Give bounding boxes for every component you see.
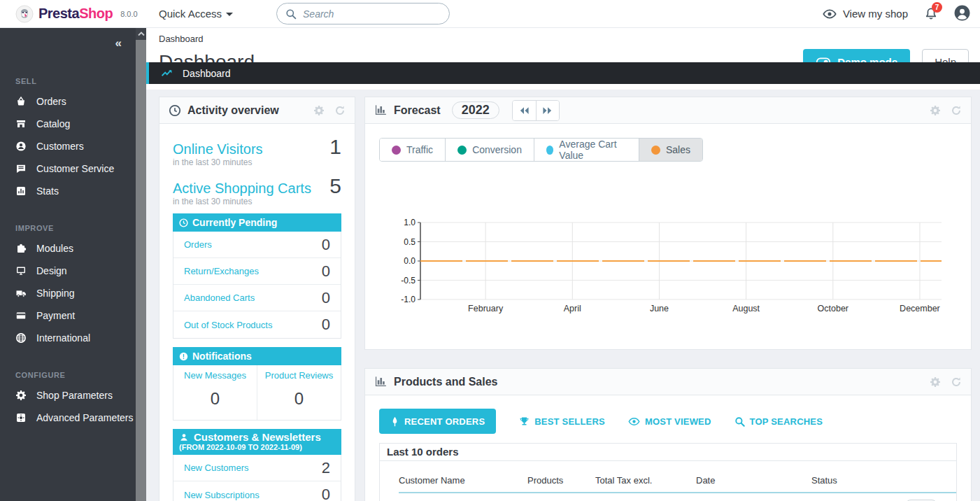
trophy-icon — [519, 416, 530, 427]
abandoned-carts-link[interactable]: Abandoned Carts — [184, 292, 255, 303]
sidebar-item-shop-parameters[interactable]: Shop Parameters — [0, 388, 136, 403]
sidebar-item-label: Advanced Parameters — [36, 412, 134, 423]
tab-label: BEST SELLERS — [534, 416, 605, 427]
right-column: Forecast 2022 — [364, 97, 972, 501]
chat-icon — [15, 163, 27, 175]
tab-label: TOP SEARCHES — [750, 416, 823, 427]
new-messages-link[interactable]: New Messages — [173, 370, 257, 381]
svg-text:August: August — [732, 304, 760, 313]
col-products: Products — [527, 475, 595, 486]
tab-traffic[interactable]: Traffic — [380, 139, 445, 161]
sidebar-item-label: International — [36, 332, 90, 344]
new-customers-value: 2 — [322, 459, 330, 477]
tab-label: Conversion — [472, 144, 522, 155]
pending-row-out-of-stock: Out of Stock Products 0 — [173, 311, 341, 338]
view-my-shop-label: View my shop — [843, 8, 908, 20]
breadcrumb[interactable]: Dashboard — [159, 34, 969, 44]
notifications-box: New Messages 0 Product Reviews 0 — [173, 365, 341, 421]
store-icon — [15, 118, 27, 130]
sidebar-item-customer-service[interactable]: Customer Service — [0, 161, 136, 176]
sidebar-group-sell: Orders Catalog Customers Customer Servic… — [0, 94, 136, 199]
settings-icon[interactable] — [313, 105, 325, 116]
prestashop-logo-icon — [15, 5, 34, 23]
out-of-stock-value: 0 — [322, 316, 330, 334]
search-input[interactable] — [303, 8, 429, 20]
settings-icon[interactable] — [930, 105, 941, 116]
tab-most-viewed[interactable]: MOST VIEWED — [628, 416, 711, 427]
forecast-year-nav — [512, 100, 560, 121]
customers-rows: New Customers 2 New Subscriptions 0 — [173, 455, 341, 501]
tab-sales[interactable]: Sales — [639, 139, 702, 161]
tab-average-cart-value[interactable]: Average Cart Value — [534, 139, 639, 161]
sidebar-item-label: Customer Service — [36, 163, 114, 174]
tab-best-sellers[interactable]: BEST SELLERS — [519, 416, 605, 427]
last-orders-box: Last 10 orders Customer Name Products To… — [379, 443, 957, 501]
refresh-icon[interactable] — [951, 105, 962, 116]
new-subscriptions-link[interactable]: New Subscriptions — [184, 490, 260, 500]
active-carts-link[interactable]: Active Shopping Carts — [173, 181, 311, 197]
rewind-icon — [519, 106, 530, 115]
quick-access-menu[interactable]: Quick Access — [159, 8, 233, 20]
sidebar-collapse-button[interactable]: « — [0, 28, 136, 53]
sidebar-item-stats[interactable]: Stats — [0, 183, 136, 199]
previous-year-button[interactable] — [513, 101, 536, 120]
settings-icon[interactable] — [930, 376, 941, 388]
sidebar-item-customers[interactable]: Customers — [0, 139, 136, 154]
tab-recent-orders[interactable]: RECENT ORDERS — [379, 409, 496, 434]
panel-tools — [313, 105, 346, 116]
person-icon — [179, 432, 189, 442]
returns-link[interactable]: Return/Exchanges — [184, 266, 259, 276]
view-my-shop-link[interactable]: View my shop — [823, 8, 908, 20]
chevron-up-icon — [138, 31, 145, 36]
eye-icon — [823, 8, 837, 20]
activity-body: Online Visitors 1 in the last 30 minutes… — [159, 124, 355, 501]
sidebar-scrollbar[interactable] — [136, 28, 146, 501]
sidebar-item-shipping[interactable]: Shipping — [0, 285, 136, 301]
returns-value: 0 — [322, 262, 330, 281]
svg-text:0.5: 0.5 — [404, 237, 416, 247]
sidebar-item-dashboard[interactable]: Dashboard — [146, 62, 980, 84]
product-reviews-link[interactable]: Product Reviews — [257, 370, 341, 381]
sidebar-item-payment[interactable]: Payment — [0, 308, 136, 323]
new-customers-row: New Customers 2 — [173, 455, 341, 481]
user-avatar-button[interactable] — [954, 5, 970, 24]
activity-overview-panel: Activity overview Online Visitors 1 in t… — [159, 97, 355, 501]
pending-row-returns: Return/Exchanges 0 — [173, 258, 341, 285]
active-carts-metric: Active Shopping Carts 5 in the last 30 m… — [173, 174, 341, 206]
search-box[interactable] — [276, 3, 450, 24]
sidebar-section-sell: SELL — [0, 77, 136, 85]
new-customers-link[interactable]: New Customers — [184, 463, 248, 473]
new-subscriptions-value: 0 — [322, 486, 330, 501]
last-orders-title: Last 10 orders — [380, 444, 956, 461]
out-of-stock-link[interactable]: Out of Stock Products — [184, 320, 272, 330]
notification-count-badge: 7 — [932, 2, 942, 13]
orders-table: Customer Name Products Total Tax excl. D… — [380, 461, 956, 501]
tab-conversion[interactable]: Conversion — [445, 139, 534, 161]
online-visitors-link[interactable]: Online Visitors — [173, 141, 263, 157]
sidebar-item-orders[interactable]: Orders — [0, 94, 136, 109]
currently-pending-header: Currently Pending — [173, 213, 341, 232]
puzzle-icon — [15, 243, 27, 255]
new-messages-cell: New Messages 0 — [173, 365, 257, 420]
sidebar-item-design[interactable]: Design — [0, 263, 136, 278]
scrollbar-up-button[interactable] — [136, 28, 146, 40]
next-year-button[interactable] — [536, 101, 559, 120]
sidebar-item-international[interactable]: International — [0, 330, 136, 346]
trending-up-icon — [161, 67, 173, 79]
refresh-icon[interactable] — [951, 376, 962, 388]
scrollbar-thumb[interactable] — [136, 40, 146, 501]
notifications-button[interactable]: 7 — [925, 7, 937, 23]
online-visitors-metric: Online Visitors 1 in the last 30 minutes — [173, 135, 341, 167]
prestashop-logo[interactable]: PrestaShop 8.0.0 — [0, 5, 150, 23]
orders-link[interactable]: Orders — [184, 239, 212, 250]
tab-top-searches[interactable]: TOP SEARCHES — [734, 416, 823, 427]
sidebar-item-advanced-parameters[interactable]: Advanced Parameters — [0, 410, 136, 425]
exclamation-icon — [179, 352, 188, 361]
prestashop-admin: PrestaShop 8.0.0 Quick Access View my sh… — [0, 0, 980, 501]
sidebar-item-label: Shipping — [36, 288, 75, 299]
sidebar-item-modules[interactable]: Modules — [0, 241, 136, 256]
sidebar-item-catalog[interactable]: Catalog — [0, 116, 136, 132]
refresh-icon[interactable] — [334, 105, 346, 116]
products-tabs: RECENT ORDERS BEST SELLERS MOST VIEWED — [379, 409, 971, 434]
tab-label: Traffic — [406, 144, 433, 155]
